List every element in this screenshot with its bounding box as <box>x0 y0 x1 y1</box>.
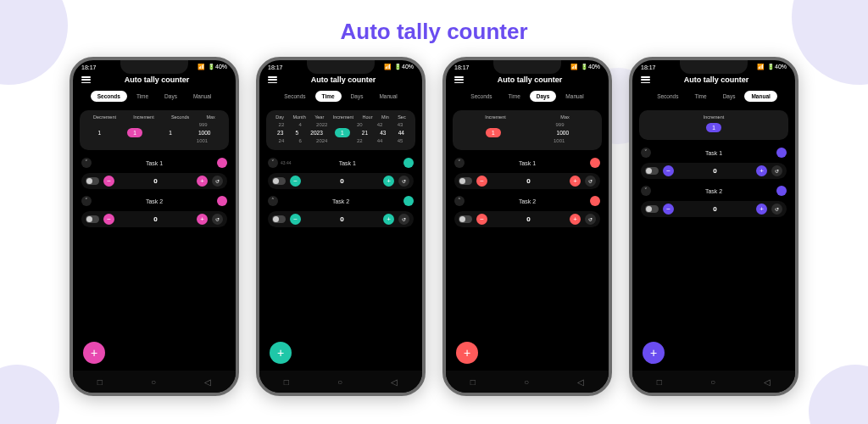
increment-button[interactable]: + <box>383 176 394 187</box>
task-toggle[interactable] <box>645 205 659 213</box>
add-task-fab[interactable]: + <box>270 342 292 364</box>
tab-days[interactable]: Days <box>158 91 184 102</box>
reset-button[interactable]: ↺ <box>212 176 223 187</box>
settings-pill[interactable]: 1 <box>706 123 721 132</box>
tab-time[interactable]: Time <box>502 91 527 102</box>
decrement-button[interactable]: − <box>290 176 301 187</box>
reset-button[interactable]: ↺ <box>771 204 782 215</box>
task-toggle[interactable] <box>272 215 286 223</box>
task-toggle[interactable] <box>272 177 286 185</box>
tab-manual[interactable]: Manual <box>559 91 590 102</box>
expand-icon[interactable]: ˅ <box>641 186 651 196</box>
tab-days[interactable]: Days <box>530 91 557 102</box>
tab-seconds[interactable]: Seconds <box>650 91 685 102</box>
decrement-button[interactable]: − <box>103 214 114 225</box>
settings-row[interactable]: 11000 <box>458 128 597 137</box>
task-color-dot[interactable] <box>590 196 600 206</box>
recent-apps-button[interactable]: □ <box>284 377 289 387</box>
settings-value: 43 <box>380 130 386 136</box>
home-button[interactable]: ○ <box>710 377 715 387</box>
settings-row[interactable]: 2242022204243 <box>271 122 410 127</box>
tab-time[interactable]: Time <box>315 91 342 102</box>
increment-button[interactable]: + <box>197 176 208 187</box>
task-color-dot[interactable] <box>403 196 414 206</box>
settings-value: 999 <box>199 122 208 127</box>
expand-icon[interactable]: ˅ <box>641 148 651 158</box>
decrement-button[interactable]: − <box>476 176 487 187</box>
tab-seconds[interactable]: Seconds <box>91 91 127 102</box>
tab-manual[interactable]: Manual <box>372 91 403 102</box>
task-color-dot[interactable] <box>403 158 414 168</box>
home-button[interactable]: ○ <box>151 377 156 387</box>
add-task-fab[interactable]: + <box>83 342 105 364</box>
task-color-dot[interactable] <box>217 196 227 206</box>
increment-button[interactable]: + <box>197 214 208 225</box>
tab-time[interactable]: Time <box>687 91 713 102</box>
increment-button[interactable]: + <box>570 214 581 225</box>
settings-row[interactable]: 2462024224445 <box>271 138 410 143</box>
task-color-dot[interactable] <box>776 148 787 158</box>
expand-icon[interactable]: ˄ <box>454 196 465 206</box>
task-toggle[interactable] <box>86 177 99 185</box>
task-toggle[interactable] <box>459 177 472 185</box>
tab-time[interactable]: Time <box>130 91 155 102</box>
expand-icon[interactable]: ˅ <box>81 196 92 206</box>
expand-icon[interactable]: ˅ <box>268 158 278 168</box>
tab-manual[interactable]: Manual <box>186 91 218 102</box>
counter-row: −0+↺ <box>454 211 600 227</box>
reset-button[interactable]: ↺ <box>398 214 409 225</box>
add-task-fab[interactable]: + <box>643 342 665 364</box>
increment-button[interactable]: + <box>756 204 767 215</box>
back-button[interactable]: ◁ <box>577 377 584 387</box>
settings-row[interactable]: 1001 <box>458 138 597 143</box>
task-color-dot[interactable] <box>776 186 787 196</box>
recent-apps-button[interactable]: □ <box>657 377 662 387</box>
expand-icon[interactable]: ˅ <box>454 158 465 168</box>
decrement-button[interactable]: − <box>663 204 674 215</box>
reset-button[interactable]: ↺ <box>771 165 782 176</box>
settings-row[interactable]: 1111000 <box>85 128 224 137</box>
expand-icon[interactable]: ˅ <box>81 158 92 168</box>
task-toggle[interactable] <box>86 215 99 223</box>
increment-button[interactable]: + <box>756 165 767 176</box>
reset-button[interactable]: ↺ <box>398 176 409 187</box>
settings-pill[interactable]: 1 <box>335 128 350 137</box>
tab-seconds[interactable]: Seconds <box>277 91 312 102</box>
settings-value: 1000 <box>557 130 569 136</box>
task-toggle[interactable] <box>645 167 659 175</box>
increment-button[interactable]: + <box>570 176 581 187</box>
settings-pill[interactable]: 1 <box>127 128 142 137</box>
recent-apps-button[interactable]: □ <box>470 377 476 387</box>
recent-apps-button[interactable]: □ <box>97 377 103 387</box>
tab-manual[interactable]: Manual <box>744 91 776 102</box>
settings-row[interactable]: 999 <box>85 122 224 127</box>
task-toggle[interactable] <box>459 215 472 223</box>
tab-days[interactable]: Days <box>716 91 743 102</box>
settings-col-label: Increment <box>485 114 505 120</box>
settings-pill[interactable]: 1 <box>486 128 501 137</box>
decrement-button[interactable]: − <box>290 214 301 225</box>
settings-row[interactable]: 1 <box>644 123 783 132</box>
decrement-button[interactable]: − <box>476 214 487 225</box>
reset-button[interactable]: ↺ <box>585 214 596 225</box>
settings-row[interactable]: 1001 <box>85 138 224 143</box>
home-button[interactable]: ○ <box>337 377 342 387</box>
reset-button[interactable]: ↺ <box>585 176 596 187</box>
settings-row[interactable]: 999 <box>458 122 597 127</box>
task-color-dot[interactable] <box>590 158 600 168</box>
decrement-button[interactable]: − <box>103 176 114 187</box>
back-button[interactable]: ◁ <box>764 377 771 387</box>
back-button[interactable]: ◁ <box>391 377 398 387</box>
settings-value: 1 <box>98 130 102 136</box>
increment-button[interactable]: + <box>383 214 394 225</box>
add-task-fab[interactable]: + <box>456 342 478 364</box>
settings-row[interactable]: 23520231214344 <box>271 128 410 137</box>
task-color-dot[interactable] <box>217 158 227 168</box>
expand-icon[interactable]: ˄ <box>268 196 278 206</box>
home-button[interactable]: ○ <box>524 377 529 387</box>
decrement-button[interactable]: − <box>663 165 674 176</box>
tab-seconds[interactable]: Seconds <box>464 91 498 102</box>
tab-days[interactable]: Days <box>344 91 370 102</box>
reset-button[interactable]: ↺ <box>212 214 223 225</box>
back-button[interactable]: ◁ <box>204 377 211 387</box>
